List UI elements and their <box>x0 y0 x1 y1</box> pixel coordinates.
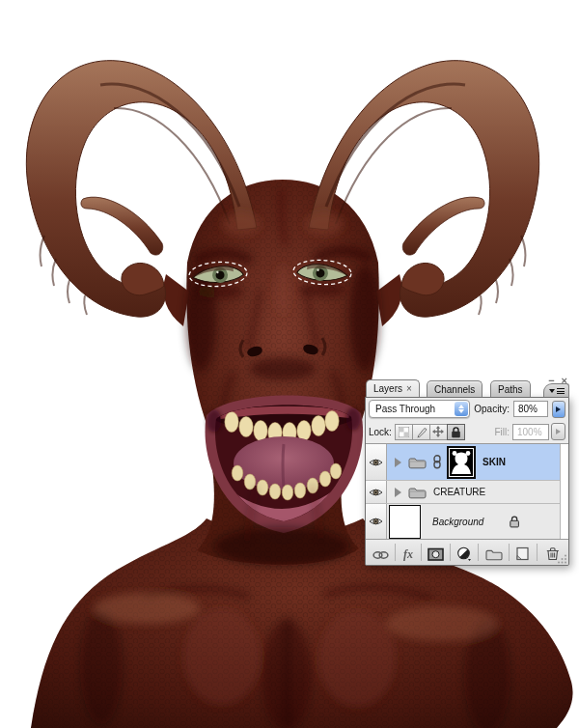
visibility-toggle[interactable] <box>366 444 387 480</box>
opacity-label: Opacity: <box>474 404 510 414</box>
disclosure-triangle-icon[interactable] <box>395 488 401 497</box>
creature-image <box>0 0 579 728</box>
layer-thumbnail[interactable] <box>389 505 421 539</box>
dropdown-stepper-icon <box>455 402 468 416</box>
layer-name[interactable]: CREATURE <box>433 487 485 497</box>
layers-list: SKIN <box>366 443 568 540</box>
new-group-icon <box>485 548 503 561</box>
fill-slider-button[interactable] <box>551 423 565 440</box>
adjustment-layer-icon <box>456 546 472 561</box>
lock-icon <box>451 426 461 438</box>
eye-icon <box>369 458 383 467</box>
lock-pixels-button[interactable] <box>412 424 430 440</box>
fill-input[interactable]: 100% <box>512 424 549 440</box>
disclosure-triangle-icon[interactable] <box>395 458 401 467</box>
lock-transparency-button[interactable] <box>395 424 413 440</box>
tab-layers-label: Layers <box>373 383 402 394</box>
layer-row-creature[interactable]: CREATURE <box>366 481 568 504</box>
checkerboard-icon <box>399 427 409 437</box>
tab-layers[interactable]: Layers × <box>366 379 420 397</box>
layer-name[interactable]: Background <box>432 517 483 527</box>
blend-mode-value: Pass Through <box>375 404 435 414</box>
screenshot-stage: Layers × Channels Paths − × Pass Through <box>0 0 579 728</box>
visibility-toggle[interactable] <box>366 481 387 503</box>
layers-scrollbar[interactable] <box>560 444 568 539</box>
layer-row-background[interactable]: Background <box>366 504 568 539</box>
add-layer-mask-button[interactable] <box>422 544 451 561</box>
link-layers-icon <box>372 549 389 561</box>
add-layer-mask-icon <box>427 547 444 561</box>
layer-style-button[interactable]: fx <box>396 544 422 561</box>
visibility-toggle[interactable] <box>366 504 387 539</box>
group-folder-icon <box>408 486 427 499</box>
panel-footer: fx <box>366 540 568 565</box>
mask-link-icon[interactable] <box>432 455 442 469</box>
lock-position-button[interactable] <box>429 424 448 440</box>
tab-channels[interactable]: Channels <box>427 380 482 397</box>
eye-icon <box>369 488 383 497</box>
group-folder-icon <box>408 456 427 469</box>
right-arrow-icon <box>556 429 561 434</box>
new-layer-button[interactable] <box>510 544 538 561</box>
opacity-input[interactable]: 80% <box>513 401 548 417</box>
lock-all-button[interactable] <box>447 424 465 440</box>
eye-icon <box>369 517 383 526</box>
lock-row: Lock: <box>366 420 568 443</box>
layer-name[interactable]: SKIN <box>482 457 506 467</box>
panel-tab-strip: Layers × Channels Paths − × <box>365 378 569 397</box>
tab-paths-label: Paths <box>498 384 523 395</box>
layers-panel-body: Pass Through Opacity: 80% Lock: <box>365 397 569 566</box>
fx-icon: fx <box>403 547 413 561</box>
tab-paths[interactable]: Paths <box>490 380 531 397</box>
blend-mode-dropdown[interactable]: Pass Through <box>369 400 470 418</box>
blend-row: Pass Through Opacity: 80% <box>366 398 568 420</box>
right-arrow-icon <box>556 406 561 412</box>
panel-menu-icon <box>549 389 555 393</box>
link-layers-button[interactable] <box>368 544 396 561</box>
layer-row-skin[interactable]: SKIN <box>366 444 568 481</box>
move-icon <box>431 425 445 438</box>
tab-close-icon[interactable]: × <box>406 385 412 393</box>
layers-panel: Layers × Channels Paths − × Pass Through <box>365 378 569 566</box>
fill-label: Fill: <box>494 427 510 437</box>
locked-layer-icon <box>509 515 520 528</box>
panel-resize-grip[interactable] <box>557 553 567 564</box>
panel-menu-button[interactable] <box>543 383 569 397</box>
layer-mask-thumbnail[interactable] <box>447 446 476 479</box>
brush-icon <box>415 426 427 438</box>
new-layer-icon <box>515 546 530 561</box>
opacity-slider-button[interactable] <box>552 401 565 418</box>
tab-channels-label: Channels <box>434 384 475 395</box>
lock-label: Lock: <box>369 427 392 437</box>
adjustment-layer-button[interactable] <box>451 544 479 561</box>
new-group-button[interactable] <box>479 544 510 561</box>
